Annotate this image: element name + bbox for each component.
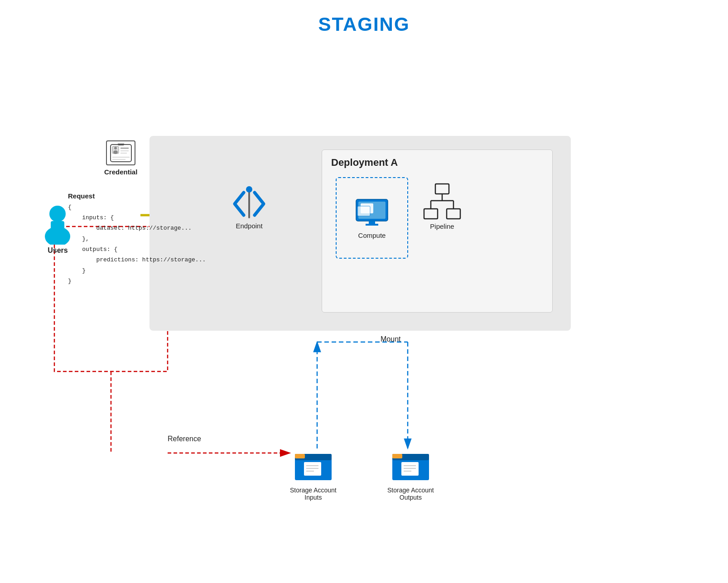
- storage-outputs-box: Storage Account Outputs: [387, 448, 434, 501]
- svg-point-32: [114, 147, 117, 149]
- storage-inputs-line1: Storage Account: [290, 487, 337, 494]
- endpoint-box: Endpoint: [231, 186, 267, 230]
- storage-outputs-line1: Storage Account: [387, 487, 434, 494]
- credential-icon: [106, 140, 135, 165]
- environment-box: Deployment A Compute: [149, 136, 571, 331]
- compute-label: Compute: [358, 231, 386, 239]
- svg-rect-44: [295, 454, 305, 458]
- deployment-title: Deployment A: [322, 150, 552, 171]
- compute-icon: [354, 197, 390, 229]
- svg-rect-51: [392, 454, 402, 458]
- svg-rect-29: [51, 221, 64, 230]
- request-text: Request { inputs: { dataset: https://sto…: [68, 190, 206, 287]
- diagram-area: Deployment A Compute: [27, 54, 698, 566]
- page-title: STAGING: [0, 0, 728, 35]
- pipeline-label: Pipeline: [430, 222, 454, 230]
- svg-rect-20: [435, 184, 449, 194]
- reference-label: Reference: [168, 435, 201, 443]
- pipeline-box: Pipeline: [422, 182, 463, 230]
- svg-rect-19: [366, 224, 378, 226]
- storage-outputs-icon: [391, 448, 430, 485]
- credential-label: Credential: [104, 168, 137, 176]
- svg-point-27: [49, 206, 66, 222]
- mount-label: Mount: [381, 335, 400, 343]
- svg-rect-21: [424, 209, 438, 219]
- deployment-box: Deployment A Compute: [322, 149, 553, 313]
- storage-inputs-icon: [294, 448, 333, 485]
- compute-box: Compute: [336, 177, 408, 259]
- endpoint-icon: [231, 186, 267, 222]
- storage-inputs-line2: Inputs: [304, 494, 322, 501]
- credential-box: Credential: [104, 140, 137, 176]
- svg-rect-18: [369, 221, 375, 224]
- svg-rect-22: [447, 209, 460, 219]
- users-label: Users: [48, 246, 67, 255]
- credential-svg: [110, 144, 132, 163]
- endpoint-label: Endpoint: [236, 222, 262, 230]
- svg-rect-17: [357, 206, 370, 216]
- pipeline-icon: [422, 182, 463, 222]
- storage-outputs-line2: Outputs: [400, 494, 422, 501]
- svg-point-33: [113, 150, 118, 154]
- storage-inputs-box: Storage Account Inputs: [290, 448, 337, 501]
- svg-rect-39: [118, 144, 124, 145]
- svg-point-41: [246, 186, 252, 193]
